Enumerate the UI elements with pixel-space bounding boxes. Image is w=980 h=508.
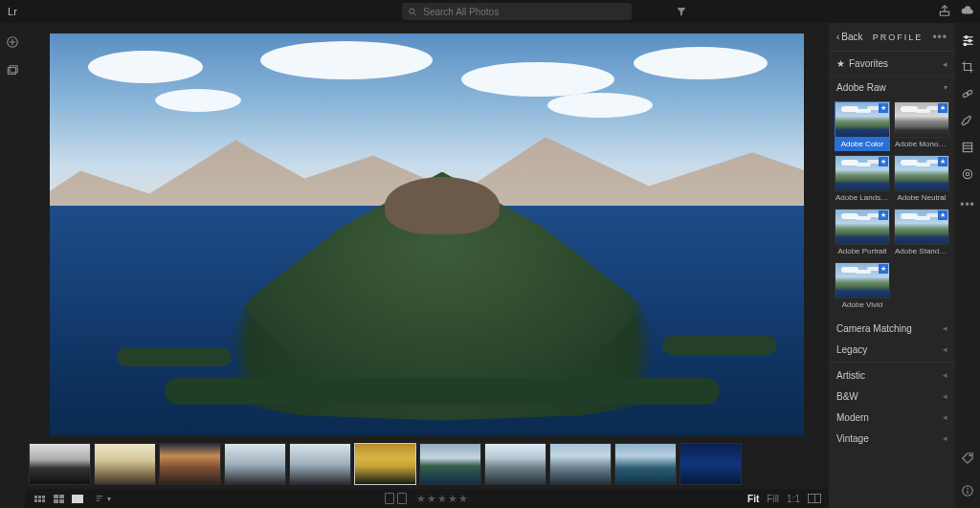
rating-stars[interactable]: ★★★★★: [416, 493, 469, 505]
square-grid-view-button[interactable]: [52, 494, 65, 503]
linear-gradient-icon: [961, 141, 974, 154]
photo-canvas[interactable]: [50, 33, 804, 435]
favorite-star-icon[interactable]: ★: [938, 210, 947, 220]
filmstrip-thumb[interactable]: [29, 443, 91, 485]
profile-item[interactable]: ★Adobe Color: [835, 101, 890, 151]
sliders-icon: [961, 33, 975, 48]
profile-category-row[interactable]: Artistic◂: [829, 364, 955, 386]
photo-stack-icon: [6, 64, 19, 77]
profile-thumb[interactable]: ★: [894, 155, 949, 191]
chevron-left-icon: ◂: [943, 370, 947, 380]
more-tools-button[interactable]: •••: [960, 197, 975, 212]
edit-sliders-button[interactable]: [960, 33, 975, 48]
svg-point-0: [410, 9, 414, 13]
filmstrip-thumb[interactable]: [354, 443, 416, 485]
filmstrip-thumb[interactable]: [614, 443, 677, 485]
crop-button[interactable]: [960, 59, 975, 75]
healing-brush-button[interactable]: [960, 86, 975, 101]
svg-line-1: [413, 12, 415, 14]
filmstrip[interactable]: [25, 439, 829, 489]
sort-icon: [94, 494, 105, 503]
profile-label: Adobe Neutral: [894, 191, 949, 205]
profile-thumb[interactable]: ★: [835, 101, 890, 138]
search-input[interactable]: [423, 7, 626, 17]
profile-thumb[interactable]: ★: [894, 101, 949, 138]
profile-thumb[interactable]: ★: [894, 209, 949, 245]
flag-reject-button[interactable]: [397, 493, 407, 504]
favorites-row[interactable]: ★ Favorites ◂: [829, 52, 955, 77]
filter-button[interactable]: [670, 3, 693, 20]
chevron-left-icon: ◂: [943, 323, 947, 333]
profile-category-row[interactable]: B&W◂: [829, 386, 955, 407]
search-box[interactable]: [402, 3, 632, 20]
share-button[interactable]: [938, 4, 951, 19]
chevron-left-icon: ◂: [943, 391, 947, 401]
crop-icon: [961, 60, 974, 74]
my-photos-button[interactable]: [5, 63, 20, 78]
profile-item[interactable]: ★Adobe Vivid: [835, 262, 890, 312]
profile-category-row[interactable]: Legacy◂: [829, 339, 955, 360]
grid-view-button[interactable]: [33, 494, 46, 503]
favorite-star-icon[interactable]: ★: [938, 103, 947, 113]
category-label: B&W: [836, 391, 858, 402]
profile-thumb[interactable]: ★: [835, 155, 890, 191]
chevron-left-icon: ◂: [943, 59, 947, 69]
profile-thumb[interactable]: ★: [835, 262, 890, 298]
tag-icon: [961, 452, 974, 465]
profile-category-row[interactable]: Modern◂: [829, 407, 955, 428]
chevron-left-icon: ◂: [943, 412, 947, 422]
favorite-star-icon[interactable]: ★: [879, 210, 888, 220]
back-button[interactable]: ‹ Back: [836, 32, 863, 42]
linear-gradient-button[interactable]: [960, 140, 975, 155]
svg-point-24: [968, 488, 969, 489]
profile-label: Adobe Standard: [894, 245, 949, 258]
filmstrip-thumb[interactable]: [159, 443, 221, 485]
info-button[interactable]: [960, 483, 975, 498]
filmstrip-thumb[interactable]: [484, 443, 546, 485]
profile-item[interactable]: ★Adobe Landscape: [835, 155, 890, 205]
profile-group-label: Adobe Raw: [836, 82, 886, 93]
favorite-star-icon[interactable]: ★: [938, 157, 947, 166]
filmstrip-thumb[interactable]: [224, 443, 286, 485]
chevron-down-icon: ▾: [944, 83, 947, 92]
bandage-icon: [961, 87, 974, 100]
compare-view-button[interactable]: [808, 494, 821, 503]
profile-item[interactable]: ★Adobe Monochro…: [894, 101, 949, 151]
filmstrip-thumb[interactable]: [679, 443, 742, 485]
filmstrip-thumb[interactable]: [549, 443, 612, 485]
profile-item[interactable]: ★Adobe Standard: [894, 209, 949, 258]
filmstrip-thumb[interactable]: [419, 443, 481, 485]
more-dots-icon: •••: [960, 198, 975, 211]
chevron-down-icon: ▾: [107, 495, 111, 503]
favorite-star-icon[interactable]: ★: [879, 103, 888, 113]
flag-pick-button[interactable]: [385, 493, 394, 504]
radial-gradient-button[interactable]: [960, 166, 975, 182]
zoom-fit-button[interactable]: Fit: [747, 494, 759, 504]
tag-keywords-button[interactable]: [960, 451, 975, 466]
filmstrip-thumb[interactable]: [289, 443, 351, 485]
profile-category-row[interactable]: Camera Matching◂: [829, 318, 955, 339]
svg-point-20: [966, 172, 969, 176]
profile-panel: ‹ Back PROFILE ••• ★ Favorites ◂ Adobe R…: [829, 23, 955, 508]
zoom-fill-button[interactable]: Fill: [767, 494, 779, 504]
panel-more-button[interactable]: •••: [932, 31, 947, 44]
add-photos-button[interactable]: [5, 34, 20, 50]
profile-grid: ★Adobe Color★Adobe Monochro…★Adobe Lands…: [829, 98, 955, 318]
filmstrip-thumb[interactable]: [94, 443, 156, 485]
detail-view-button[interactable]: [71, 494, 84, 503]
zoom-1to1-button[interactable]: 1:1: [787, 494, 800, 504]
brush-button[interactable]: [960, 113, 975, 128]
profile-group-header[interactable]: Adobe Raw ▾: [829, 77, 955, 98]
svg-rect-2: [940, 11, 948, 15]
sort-button[interactable]: ▾: [94, 494, 111, 503]
profile-label: Adobe Vivid: [835, 298, 890, 312]
profile-category-row[interactable]: Vintage◂: [829, 428, 955, 449]
profile-thumb[interactable]: ★: [835, 209, 890, 245]
cloud-sync-button[interactable]: [961, 4, 974, 19]
funnel-icon: [676, 6, 687, 17]
profile-label: Adobe Portrait: [835, 245, 890, 258]
profile-item[interactable]: ★Adobe Neutral: [894, 155, 949, 205]
profile-item[interactable]: ★Adobe Portrait: [835, 209, 890, 258]
favorite-star-icon[interactable]: ★: [879, 264, 888, 274]
favorite-star-icon[interactable]: ★: [879, 157, 888, 166]
